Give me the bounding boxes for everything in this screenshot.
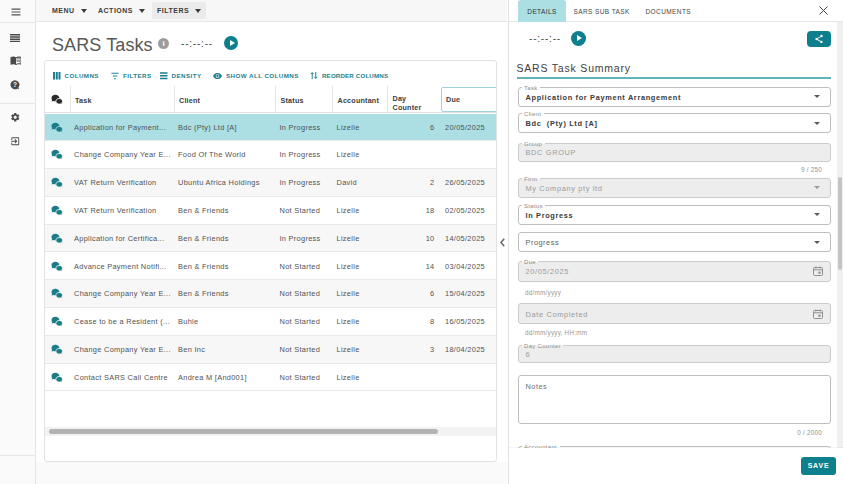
svg-text:?: ? bbox=[13, 81, 17, 88]
